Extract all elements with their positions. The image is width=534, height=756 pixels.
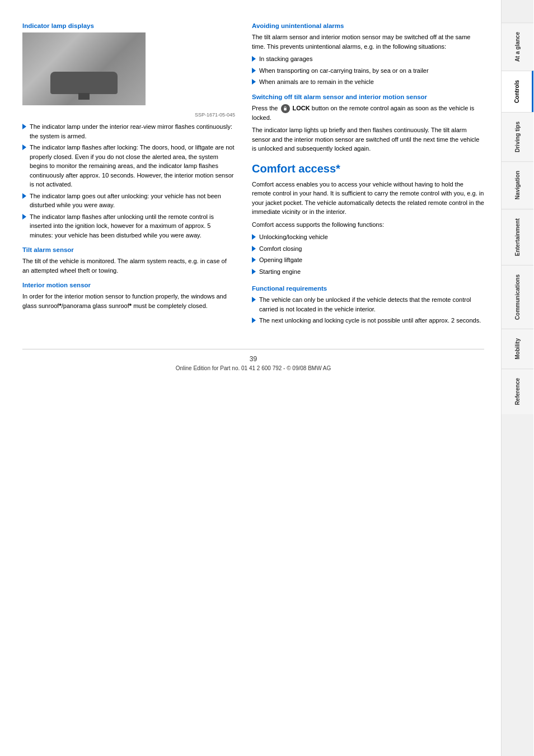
functional-bullet-2: The next unlocking and locking cycle is … [252, 316, 484, 325]
bullet-triangle [22, 144, 26, 150]
bullet-item-2: The indicator lamp flashes after locking… [22, 143, 235, 189]
bullet-item-3: The indicator lamp goes out after unlock… [22, 192, 235, 210]
comfort-heading: Comfort access* [252, 162, 484, 175]
interior-sensor-text: In order for the interior motion sensor … [22, 292, 235, 310]
tab-at-a-glance[interactable]: At a glance [502, 22, 533, 71]
avoiding-section: Avoiding unintentional alarms The tilt a… [252, 22, 484, 87]
bullet-triangle [22, 124, 26, 129]
avoiding-heading: Avoiding unintentional alarms [252, 22, 484, 29]
bullet-triangle [252, 68, 256, 73]
lock-icon [281, 104, 290, 113]
avoiding-text: The tilt alarm sensor and interior motio… [252, 32, 484, 51]
indicator-bullet-list: The indicator lamp under the interior re… [22, 122, 235, 240]
switching-heading: Switching off tilt alarm sensor and inte… [252, 94, 484, 100]
functional-bullet-list: The vehicle can only be unlocked if the … [252, 295, 484, 325]
tilt-sensor-text: The tilt of the vehicle is monitored. Th… [22, 256, 235, 275]
bullet-triangle [252, 56, 256, 62]
svg-rect-0 [284, 108, 287, 111]
switching-text-1: Press the LOCK button on the remote cont… [252, 104, 484, 123]
avoiding-bullet-1: In stacking garages [252, 54, 484, 64]
tab-entertainment[interactable]: Entertainment [502, 209, 533, 265]
interior-sensor-heading: Interior motion sensor [22, 282, 235, 288]
image-caption: SSP-1671-05-045 [22, 112, 235, 118]
functional-heading: Functional requirements [252, 285, 484, 292]
avoiding-bullet-3: When animals are to remain in the vehicl… [252, 77, 484, 87]
tilt-sensor-heading: Tilt alarm sensor [22, 246, 235, 253]
functional-section: Functional requirements The vehicle can … [252, 285, 484, 325]
bullet-triangle [252, 246, 256, 251]
page-number: 39 [22, 355, 484, 363]
left-column: Indicator lamp displays SSP-1671-05-045 … [22, 22, 235, 332]
bullet-triangle [252, 297, 256, 302]
indicator-lamp-section: Indicator lamp displays SSP-1671-05-045 … [22, 22, 235, 240]
tab-reference[interactable]: Reference [502, 368, 533, 414]
bullet-item-4: The indicator lamp flashes after unlocki… [22, 212, 235, 240]
tilt-sensor-section: Tilt alarm sensor The tilt of the vehicl… [22, 246, 235, 275]
comfort-bullet-2: Comfort closing [252, 244, 484, 254]
functional-bullet-1: The vehicle can only be unlocked if the … [252, 295, 484, 314]
comfort-text-1: Comfort access enables you to access you… [252, 180, 484, 217]
tab-driving-tips[interactable]: Driving tips [502, 112, 533, 161]
page-footer: 39 Online Edition for Part no. 01 41 2 6… [22, 349, 484, 371]
switching-text-2: The indicator lamp lights up briefly and… [252, 125, 484, 153]
tab-navigation[interactable]: Navigation [502, 161, 533, 208]
interior-sensor-section: Interior motion sensor In order for the … [22, 282, 235, 310]
bullet-triangle [252, 318, 256, 323]
main-content: Indicator lamp displays SSP-1671-05-045 … [0, 0, 501, 756]
switching-section: Switching off tilt alarm sensor and inte… [252, 94, 484, 153]
lock-label: LOCK [293, 105, 310, 111]
comfort-bullet-1: Unlocking/locking vehicle [252, 232, 484, 242]
bullet-triangle [252, 79, 256, 85]
tab-mobility[interactable]: Mobility [502, 329, 533, 368]
avoiding-bullet-2: When transporting on car-carrying trains… [252, 66, 484, 76]
bullet-item-1: The indicator lamp under the interior re… [22, 122, 235, 141]
indicator-lamp-heading: Indicator lamp displays [22, 22, 235, 29]
avoiding-bullet-list: In stacking garages When transporting on… [252, 54, 484, 87]
bullet-triangle [252, 257, 256, 263]
tab-controls[interactable]: Controls [502, 71, 533, 112]
bullet-triangle [252, 269, 256, 274]
bullet-triangle [22, 214, 26, 220]
indicator-lamp-image [22, 32, 146, 105]
tab-communications[interactable]: Communications [502, 265, 533, 329]
comfort-text-2: Comfort access supports the following fu… [252, 220, 484, 230]
comfort-bullet-3: Opening liftgate [252, 255, 484, 265]
bullet-triangle [22, 193, 26, 199]
bullet-triangle [252, 234, 256, 240]
footer-text: Online Edition for Part no. 01 41 2 600 … [22, 365, 484, 371]
comfort-bullet-list: Unlocking/locking vehicle Comfort closin… [252, 232, 484, 276]
side-tabs: At a glance Controls Driving tips Naviga… [501, 0, 533, 756]
right-column: Avoiding unintentional alarms The tilt a… [252, 22, 484, 332]
comfort-bullet-4: Starting engine [252, 267, 484, 277]
comfort-access-section: Comfort access* Comfort access enables y… [252, 162, 484, 277]
